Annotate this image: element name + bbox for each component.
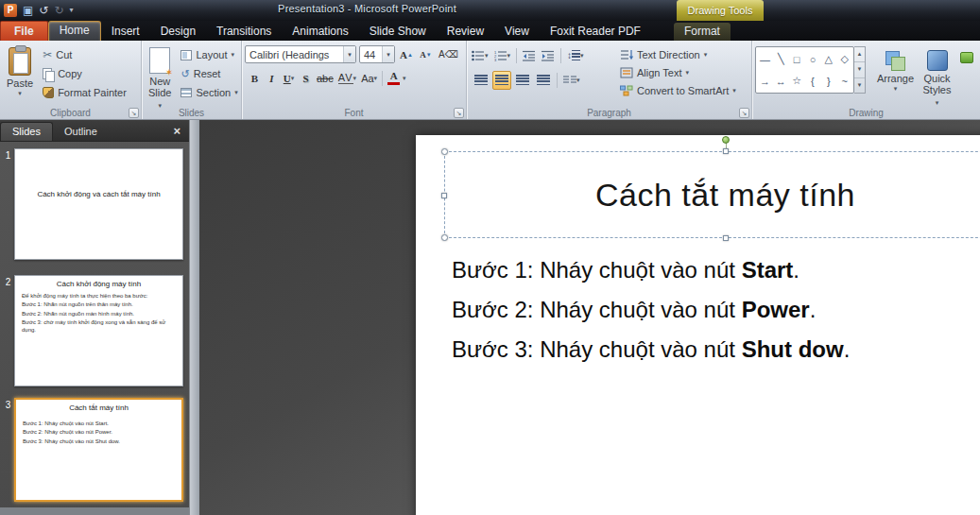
italic-button[interactable]: I [264,69,280,87]
quick-styles-button[interactable]: Quick Styles ▾ [918,46,956,108]
cut-button[interactable]: ✂ Cut [39,45,130,64]
tab-slide-show[interactable]: Slide Show [359,23,437,41]
align-left-button[interactable] [472,71,490,90]
grow-font-button[interactable]: A▲ [398,45,415,63]
underline-button[interactable]: U▾ [281,69,297,87]
shape-curve-icon[interactable]: ~ [837,72,852,91]
bullet-line-1[interactable]: Bước 1: Nháy chuột vào nút Start. [452,250,954,290]
chevron-down-icon[interactable]: ▾ [382,46,394,62]
gallery-more-icon[interactable]: ▼ [854,78,865,93]
shape-double-arrow-icon[interactable]: ↔ [773,72,788,91]
close-icon[interactable]: × [164,124,189,141]
shape-oval-icon[interactable]: ○ [805,50,820,69]
rotate-handle[interactable] [722,136,730,144]
chevron-down-icon[interactable]: ▾ [343,46,355,62]
font-dialog-launcher-icon[interactable]: ↘ [454,108,464,118]
shape-star-icon[interactable]: ☆ [789,72,804,91]
body-placeholder[interactable]: Bước 1: Nháy chuột vào nút Start. Bước 2… [452,250,954,369]
panel-tab-slides[interactable]: Slides [0,122,53,141]
numbered-list-icon: 123 [494,50,507,61]
chevron-down-icon: ▾ [353,76,357,81]
section-button[interactable]: Section ▾ [177,83,241,102]
resize-handle-bottom-center[interactable] [723,235,729,241]
new-slide-icon [149,47,170,74]
copy-label: Copy [58,68,82,79]
gallery-scroll-down-icon[interactable]: ▼ [854,62,865,77]
shape-line-icon[interactable]: — [757,50,772,69]
text-shadow-button[interactable]: S [298,69,314,87]
shape-rectangle-icon[interactable]: □ [789,50,804,69]
chevron-down-icon: ▾ [732,88,736,94]
justify-button[interactable] [534,71,553,90]
align-text-button[interactable]: Align Text ▾ [617,63,739,81]
align-center-button[interactable] [492,71,511,90]
shape-diagonal-icon[interactable]: ╲ [773,50,788,69]
slide-canvas[interactable]: Cách tắt máy tính Bước 1: Nháy chuột vào… [416,135,980,515]
tab-review[interactable]: Review [437,23,494,41]
paste-button[interactable]: Paste ▾ [3,43,37,102]
tab-format[interactable]: Format [674,23,731,41]
increase-indent-button[interactable] [540,46,557,64]
shape-right-brace-icon[interactable]: } [821,72,836,91]
shape-arrow-icon[interactable]: → [757,72,772,91]
bullet-line-3[interactable]: Bước 3: Nháy chuột vào nút Shut dow. [452,330,954,369]
strikethrough-button[interactable]: abc [315,69,335,87]
tab-animations[interactable]: Animations [282,23,358,41]
tab-design[interactable]: Design [150,23,206,41]
font-color-button[interactable]: A [386,69,402,87]
tab-file[interactable]: File [0,21,48,41]
slide-thumbnail-3[interactable]: Cách tắt máy tính Bước 1: Nháy chuột vào… [14,398,183,502]
columns-button[interactable]: ▾ [561,72,582,90]
shrink-font-button[interactable]: A▼ [418,45,434,63]
panel-horizontal-scrollbar[interactable] [0,507,189,515]
reset-button[interactable]: ↺ Reset [177,64,241,83]
panel-tab-outline[interactable]: Outline [53,123,109,141]
font-size-combo[interactable]: 44 ▾ [359,45,395,63]
clipboard-dialog-launcher-icon[interactable]: ↘ [129,108,139,118]
clear-formatting-button[interactable]: A⌫ [437,45,460,63]
shape-triangle-icon[interactable]: △ [821,50,836,69]
gallery-scroll-up-icon[interactable]: ▲ [854,47,865,62]
resize-handle-top-left[interactable] [441,148,448,155]
resize-handle-bottom-left[interactable] [441,234,448,241]
tab-transitions[interactable]: Transitions [206,23,282,41]
shape-fill-button[interactable] [956,48,977,67]
tab-home[interactable]: Home [48,21,101,41]
tab-view[interactable]: View [494,23,540,41]
tab-foxit-reader-pdf[interactable]: Foxit Reader PDF [540,23,651,41]
text-direction-button[interactable]: Text Direction ▾ [617,45,739,63]
new-slide-button[interactable]: New Slide ▾ [145,43,175,111]
shape-diamond-icon[interactable]: ◇ [837,50,852,69]
thumb-body-line: Bước 2: Nháy chuột vào nút Power. [23,428,175,436]
bullet-line-2[interactable]: Bước 2: Nháy chuột vào nút Power. [452,290,954,330]
resize-handle-top-center[interactable] [723,148,729,154]
reset-icon: ↺ [181,68,189,80]
shapes-gallery[interactable]: — ╲ □ ○ △ ◇ → ↔ ☆ { } ~ [755,46,854,94]
panel-vertical-scrollbar[interactable] [189,120,199,515]
align-right-button[interactable] [513,71,532,90]
arrange-button[interactable]: Arrange ▾ [873,46,918,93]
paragraph-dialog-launcher-icon[interactable]: ↘ [739,108,749,118]
decrease-indent-button[interactable] [521,46,538,64]
slide-thumbnail-2[interactable]: Cách khởi động máy tính Để khởi động máy… [14,275,183,386]
chevron-down-icon[interactable]: ▾ [403,76,406,81]
slide-title-text[interactable]: Cách tắt máy tính [445,152,980,237]
bullets-button[interactable]: ▾ [470,46,490,64]
shape-left-brace-icon[interactable]: { [805,72,820,91]
bold-button[interactable]: B [247,69,263,87]
convert-to-smartart-button[interactable]: Convert to SmartArt ▾ [617,81,739,99]
slide-thumbnail-1[interactable]: Cách khởi động và cách tắt máy tính [14,148,183,260]
quick-styles-icon [927,50,948,71]
layout-button[interactable]: Layout ▾ [177,45,241,64]
resize-handle-mid-left[interactable] [441,193,447,198]
change-case-button[interactable]: Aa▾ [359,69,379,87]
numbering-button[interactable]: 123 ▾ [492,46,513,64]
format-painter-button[interactable]: Format Painter [39,83,130,102]
font-name-combo[interactable]: Calibri (Headings ▾ [245,45,356,63]
title-placeholder[interactable]: Cách tắt máy tính [444,151,980,238]
copy-button[interactable]: Copy [39,64,130,83]
tab-insert[interactable]: Insert [101,23,150,41]
thumb-title: Cách tắt máy tính [16,400,181,415]
line-spacing-button[interactable]: ↕ ▾ [565,46,586,64]
character-spacing-button[interactable]: AV▾ [336,69,358,87]
